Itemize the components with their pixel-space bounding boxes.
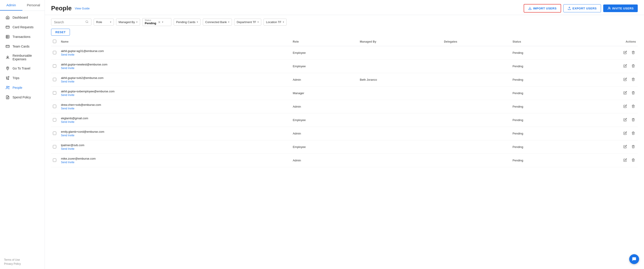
row-checkbox-cell bbox=[51, 46, 59, 60]
delete-button-2[interactable] bbox=[630, 77, 636, 83]
edit-button-6[interactable] bbox=[622, 130, 628, 137]
edit-button-7[interactable] bbox=[622, 144, 628, 150]
row-checkbox-8[interactable] bbox=[53, 158, 56, 162]
sidebar-item-reimbursable-expenses[interactable]: Reimbursable Expenses bbox=[1, 51, 43, 64]
delete-icon bbox=[632, 51, 635, 54]
delete-button-7[interactable] bbox=[630, 144, 636, 150]
chat-bubble[interactable] bbox=[629, 254, 639, 264]
send-invite-link[interactable]: Send Invite bbox=[61, 134, 289, 137]
connected-bank-filter[interactable]: Connected Bank ▾ bbox=[203, 18, 232, 26]
sidebar-tab-admin[interactable]: Admin bbox=[0, 0, 22, 10]
transactions-icon bbox=[6, 34, 10, 39]
svg-rect-6 bbox=[6, 45, 10, 48]
search-input[interactable] bbox=[54, 20, 84, 24]
row-checkbox-1[interactable] bbox=[53, 64, 56, 68]
import-users-button[interactable]: IMPORT USERS bbox=[524, 4, 561, 12]
row-checkbox-6[interactable] bbox=[53, 132, 56, 135]
department-filter[interactable]: Department TF ▾ bbox=[234, 18, 261, 26]
sidebar-item-team-cards[interactable]: Team Cards bbox=[1, 42, 43, 51]
row-role-cell: Manager bbox=[291, 86, 358, 100]
send-invite-link[interactable]: Send Invite bbox=[61, 66, 289, 70]
row-checkbox-5[interactable] bbox=[53, 118, 56, 122]
people-icon bbox=[6, 86, 10, 90]
location-filter[interactable]: Location TF ▾ bbox=[264, 18, 286, 26]
connected-bank-filter-label: Connected Bank bbox=[205, 20, 227, 24]
row-delegates-cell bbox=[442, 46, 511, 60]
managed-by-filter[interactable]: Managed By ▾ bbox=[116, 18, 140, 26]
sidebar-item-spend-policy-label: Spend Policy bbox=[12, 96, 31, 99]
actions-container bbox=[570, 90, 636, 96]
send-invite-link[interactable]: Send Invite bbox=[61, 94, 289, 96]
user-email: akhil.gupta+ag31@emburse.com bbox=[61, 49, 104, 53]
sidebar-item-dashboard[interactable]: Dashboard bbox=[1, 13, 43, 22]
send-invite-link[interactable]: Send Invite bbox=[61, 147, 289, 150]
status-filter-content: Status Pending bbox=[145, 19, 156, 25]
sidebar-item-spend-policy[interactable]: Spend Policy bbox=[1, 92, 43, 102]
delete-icon bbox=[632, 158, 635, 162]
delete-button-0[interactable] bbox=[630, 50, 636, 56]
sidebar-item-people[interactable]: People bbox=[1, 83, 43, 92]
view-guide-link[interactable]: View Guide bbox=[75, 7, 90, 10]
edit-button-5[interactable] bbox=[622, 117, 628, 123]
main-header: People View Guide IMPORT USERS EXPORT US… bbox=[45, 0, 644, 15]
import-icon bbox=[528, 6, 532, 10]
row-delegates-cell bbox=[442, 86, 511, 100]
invite-users-button[interactable]: INVITE USERS bbox=[603, 4, 638, 12]
edit-icon bbox=[624, 104, 627, 108]
edit-button-4[interactable] bbox=[622, 104, 628, 110]
edit-icon bbox=[624, 145, 627, 148]
select-all-checkbox[interactable] bbox=[53, 40, 56, 43]
delete-button-5[interactable] bbox=[630, 117, 636, 123]
sidebar-item-go-to-travel-label: Go To Travel bbox=[12, 66, 30, 70]
status-filter-clear[interactable]: ✕ bbox=[158, 20, 161, 24]
sidebar: Admin Personal Dashboard Card Requests T… bbox=[0, 0, 45, 269]
row-checkbox-4[interactable] bbox=[53, 105, 56, 108]
svg-point-12 bbox=[8, 86, 10, 88]
edit-button-8[interactable] bbox=[622, 157, 628, 164]
send-invite-link[interactable]: Send Invite bbox=[61, 53, 289, 56]
row-checkbox-3[interactable] bbox=[53, 91, 56, 94]
delete-button-8[interactable] bbox=[630, 157, 636, 164]
pending-cards-filter[interactable]: Pending Cards ▾ bbox=[174, 18, 200, 26]
delete-button-1[interactable] bbox=[630, 63, 636, 70]
row-checkbox-0[interactable] bbox=[53, 51, 56, 54]
col-delegates: Delegates bbox=[442, 38, 511, 46]
export-users-button[interactable]: EXPORT USERS bbox=[563, 4, 601, 12]
row-actions-cell bbox=[569, 60, 638, 73]
svg-point-10 bbox=[7, 68, 8, 68]
edit-button-3[interactable] bbox=[622, 90, 628, 96]
row-checkbox-2[interactable] bbox=[53, 78, 56, 81]
reset-button[interactable]: RESET bbox=[51, 29, 70, 36]
user-role: Admin bbox=[293, 132, 301, 135]
title-row: People View Guide bbox=[51, 5, 90, 12]
sidebar-item-transactions[interactable]: Transactions bbox=[1, 32, 43, 42]
terms-of-use-link[interactable]: Terms of Use bbox=[4, 258, 40, 262]
edit-icon bbox=[624, 118, 627, 122]
sidebar-tab-personal[interactable]: Personal bbox=[22, 0, 45, 10]
sidebar-item-go-to-travel[interactable]: Go To Travel bbox=[1, 64, 43, 73]
delete-icon bbox=[632, 145, 635, 148]
edit-button-2[interactable] bbox=[622, 77, 628, 83]
edit-button-1[interactable] bbox=[622, 63, 628, 70]
sidebar-item-card-requests[interactable]: Card Requests bbox=[1, 22, 43, 32]
delete-button-6[interactable] bbox=[630, 130, 636, 137]
send-invite-link[interactable]: Send Invite bbox=[61, 120, 289, 124]
sidebar-item-trips[interactable]: Trips bbox=[1, 73, 43, 83]
row-name-cell: mike.zuver@emburse.com Send Invite bbox=[59, 154, 291, 167]
send-invite-link[interactable]: Send Invite bbox=[61, 80, 289, 83]
delete-icon bbox=[632, 118, 635, 122]
status-filter[interactable]: Status Pending ✕ ▾ bbox=[142, 18, 172, 26]
edit-button-0[interactable] bbox=[622, 50, 628, 56]
location-filter-label: Location TF bbox=[266, 20, 281, 24]
privacy-policy-link[interactable]: Privacy Policy bbox=[4, 262, 40, 266]
delete-button-4[interactable] bbox=[630, 104, 636, 110]
row-role-cell: Admin bbox=[291, 100, 358, 114]
send-invite-link[interactable]: Send Invite bbox=[61, 107, 289, 110]
sidebar-item-transactions-label: Transactions bbox=[12, 35, 30, 38]
search-box[interactable] bbox=[51, 18, 92, 26]
delete-icon bbox=[632, 78, 635, 81]
delete-button-3[interactable] bbox=[630, 90, 636, 96]
send-invite-link[interactable]: Send Invite bbox=[61, 161, 289, 164]
row-checkbox-7[interactable] bbox=[53, 145, 56, 148]
role-filter[interactable]: Role ▾ bbox=[94, 18, 114, 26]
